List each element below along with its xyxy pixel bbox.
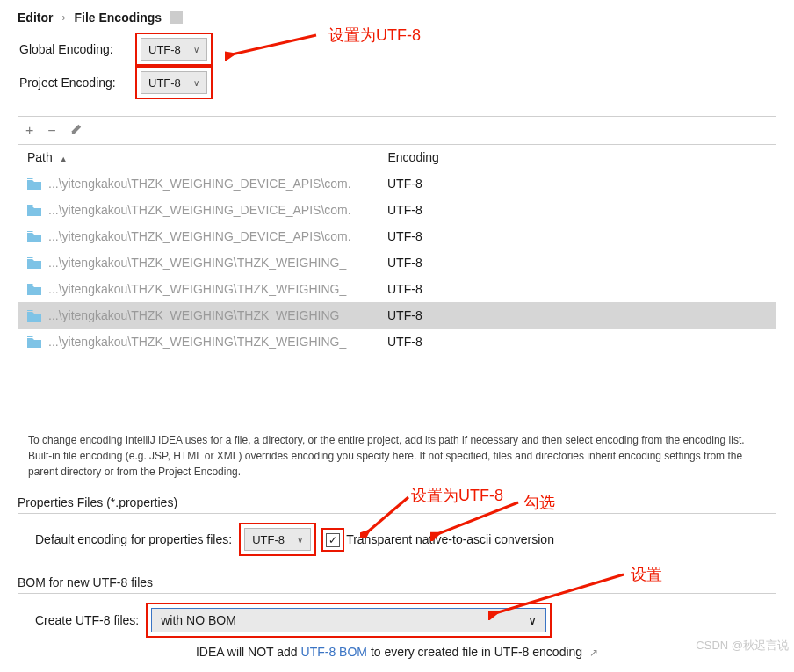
path-text: ...\yitengkakou\THZK_WEIGHING\THZK_WEIGH…: [48, 308, 346, 322]
chevron-right-icon: ›: [61, 11, 65, 24]
properties-encoding-value: UTF-8: [252, 533, 285, 546]
chevron-down-icon: ∨: [193, 78, 199, 88]
encoding-table: Path ▲ Encoding ...\yitengkakou\THZK_WEI…: [18, 144, 776, 355]
encoding-cell[interactable]: UTF-8: [379, 170, 776, 198]
folder-icon: [27, 310, 41, 322]
global-encoding-select[interactable]: UTF-8 ∨: [141, 38, 207, 61]
path-cell: ...\yitengkakou\THZK_WEIGHING\THZK_WEIGH…: [18, 329, 379, 355]
external-link-icon: ↗: [589, 647, 598, 659]
bom-section-title: BOM for new UTF-8 files: [18, 575, 776, 594]
create-utf8-label: Create UTF-8 files:: [35, 613, 139, 627]
chevron-down-icon: ∨: [528, 613, 537, 627]
folder-icon: [27, 205, 41, 216]
folder-icon: [27, 257, 41, 269]
create-utf8-value: with NO BOM: [161, 613, 236, 627]
folder-icon: [27, 284, 41, 295]
path-cell: ...\yitengkakou\THZK_WEIGHING\THZK_WEIGH…: [18, 276, 379, 302]
table-row[interactable]: ...\yitengkakou\THZK_WEIGHING_DEVICE_API…: [18, 223, 776, 249]
global-encoding-value: UTF-8: [148, 43, 181, 56]
encoding-cell[interactable]: UTF-8: [379, 223, 776, 249]
path-text: ...\yitengkakou\THZK_WEIGHING_DEVICE_API…: [48, 177, 351, 191]
project-encoding-value: UTF-8: [148, 76, 181, 90]
chevron-down-icon: ∨: [297, 535, 303, 545]
project-encoding-select[interactable]: UTF-8 ∨: [141, 71, 207, 94]
properties-encoding-select[interactable]: UTF-8 ∨: [244, 528, 311, 551]
edit-button[interactable]: [70, 122, 83, 139]
folder-icon: [27, 336, 41, 348]
properties-row: Default encoding for properties files: U…: [0, 519, 794, 560]
bom-row: Create UTF-8 files: with NO BOM ∨: [0, 599, 794, 641]
table-row[interactable]: ...\yitengkakou\THZK_WEIGHING_DEVICE_API…: [18, 170, 776, 198]
transparent-ascii-label: Transparent native-to-ascii conversion: [346, 532, 554, 546]
folder-icon: [27, 231, 41, 242]
path-text: ...\yitengkakou\THZK_WEIGHING_DEVICE_API…: [48, 203, 351, 217]
path-text: ...\yitengkakou\THZK_WEIGHING\THZK_WEIGH…: [48, 256, 346, 270]
encoding-cell[interactable]: UTF-8: [379, 197, 776, 223]
encoding-cell[interactable]: UTF-8: [379, 276, 776, 302]
path-text: ...\yitengkakou\THZK_WEIGHING_DEVICE_API…: [48, 229, 351, 243]
breadcrumb-file-encodings[interactable]: File Encodings: [74, 11, 162, 25]
bom-foot-suffix: to every created file in UTF-8 encoding: [371, 645, 582, 659]
settings-scope-icon: [170, 11, 183, 24]
table-row[interactable]: ...\yitengkakou\THZK_WEIGHING\THZK_WEIGH…: [18, 302, 776, 329]
global-encoding-label: Global Encoding:: [19, 42, 126, 56]
utf8-bom-link[interactable]: UTF-8 BOM: [301, 645, 367, 659]
path-text: ...\yitengkakou\THZK_WEIGHING\THZK_WEIGH…: [48, 335, 346, 349]
chevron-down-icon: ∨: [193, 45, 199, 54]
path-cell: ...\yitengkakou\THZK_WEIGHING\THZK_WEIGH…: [18, 249, 379, 276]
bom-footnote: IDEA will NOT add UTF-8 BOM to every cre…: [0, 645, 794, 659]
table-row[interactable]: ...\yitengkakou\THZK_WEIGHING_DEVICE_API…: [18, 197, 776, 223]
properties-section-title: Properties Files (*.properties): [18, 495, 776, 514]
encoding-table-container: + − Path ▲ Encoding ...\yitengkakou\THZK…: [18, 116, 776, 423]
encoding-cell[interactable]: UTF-8: [379, 249, 776, 276]
encoding-hint: To change encoding IntelliJ IDEA uses fo…: [28, 432, 766, 480]
path-cell: ...\yitengkakou\THZK_WEIGHING_DEVICE_API…: [18, 197, 379, 223]
bom-foot-prefix: IDEA will NOT add: [196, 645, 301, 659]
path-text: ...\yitengkakou\THZK_WEIGHING\THZK_WEIGH…: [48, 282, 346, 296]
table-row[interactable]: ...\yitengkakou\THZK_WEIGHING\THZK_WEIGH…: [18, 249, 776, 276]
add-button[interactable]: +: [25, 123, 33, 139]
create-utf8-select[interactable]: with NO BOM ∨: [151, 608, 546, 632]
properties-encoding-label: Default encoding for properties files:: [35, 532, 232, 546]
sort-ascending-icon: ▲: [60, 155, 68, 163]
transparent-ascii-checkbox[interactable]: ✓: [326, 533, 340, 547]
remove-button[interactable]: −: [47, 123, 55, 139]
encoding-cell[interactable]: UTF-8: [379, 329, 776, 355]
table-toolbar: + −: [18, 117, 776, 144]
folder-icon: [27, 178, 41, 190]
breadcrumb: Editor › File Encodings: [0, 0, 794, 32]
project-encoding-label: Project Encoding:: [19, 76, 126, 90]
table-row[interactable]: ...\yitengkakou\THZK_WEIGHING\THZK_WEIGH…: [18, 329, 776, 355]
path-cell: ...\yitengkakou\THZK_WEIGHING_DEVICE_API…: [18, 223, 379, 249]
path-cell: ...\yitengkakou\THZK_WEIGHING\THZK_WEIGH…: [18, 302, 379, 329]
column-encoding[interactable]: Encoding: [379, 145, 776, 170]
encoding-cell[interactable]: UTF-8: [379, 302, 776, 329]
column-path[interactable]: Path ▲: [18, 145, 379, 170]
path-cell: ...\yitengkakou\THZK_WEIGHING_DEVICE_API…: [18, 170, 379, 197]
table-row[interactable]: ...\yitengkakou\THZK_WEIGHING\THZK_WEIGH…: [18, 276, 776, 302]
breadcrumb-editor[interactable]: Editor: [18, 11, 53, 25]
encoding-settings: Global Encoding: UTF-8 ∨ Project Encodin…: [0, 32, 794, 111]
column-path-label: Path: [27, 150, 53, 164]
